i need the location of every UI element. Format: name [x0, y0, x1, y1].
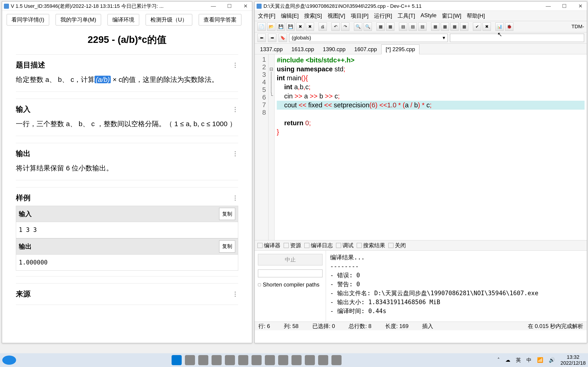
btn-env[interactable]: 编译环境: [107, 14, 139, 25]
btab-resource[interactable]: 资源: [284, 242, 301, 249]
btab-debug[interactable]: 调试: [336, 242, 354, 249]
search-icon[interactable]: [185, 355, 195, 365]
fwd-icon[interactable]: ➡: [268, 34, 276, 42]
compile-output[interactable]: 编译结果... -------- - 错误: 0 - 警告: 0 - 输出文件名…: [326, 251, 587, 322]
menu-tools[interactable]: 工具[T]: [398, 12, 415, 19]
start-icon[interactable]: [172, 355, 182, 365]
app4-icon[interactable]: [292, 355, 302, 365]
menu-edit[interactable]: 编辑[E]: [281, 12, 299, 19]
btab-close[interactable]: 关闭: [389, 242, 406, 249]
run-icon[interactable]: ▦: [386, 23, 394, 31]
min-button[interactable]: —: [544, 3, 553, 9]
menu-view[interactable]: 视图[V]: [328, 12, 345, 19]
btn-answer[interactable]: 查看同学答案: [199, 14, 242, 25]
menu-run[interactable]: 运行[R]: [374, 12, 392, 19]
explorer-icon[interactable]: [225, 355, 235, 365]
tab-3[interactable]: 1607.cpp: [350, 44, 381, 54]
copy-out-button[interactable]: 复制: [219, 240, 235, 252]
taskview-icon[interactable]: [198, 355, 208, 365]
grid2-icon[interactable]: ▦: [441, 23, 449, 31]
dots-icon[interactable]: ⋮: [232, 106, 238, 113]
tray-wifi-icon[interactable]: 📶: [537, 357, 543, 363]
scope-dropdown[interactable]: (globals)▾: [289, 34, 448, 42]
app1-icon[interactable]: [251, 355, 262, 365]
dots-icon[interactable]: ⋮: [232, 291, 238, 298]
debug-icon[interactable]: ▤: [399, 23, 407, 31]
dots-icon[interactable]: ⋮: [232, 62, 238, 69]
taskbar[interactable]: ˄ ☁ 英 中 📶 🔊 13:322022/12/18: [0, 353, 588, 367]
tray-volume-icon[interactable]: 🔊: [549, 357, 555, 363]
shorten-paths-checkbox[interactable]: Shorten compiler paths: [258, 282, 322, 288]
tray-onedrive-icon[interactable]: ☁: [505, 357, 510, 363]
bookmark-icon[interactable]: 🔖: [279, 34, 287, 42]
tab-4[interactable]: [*] 2295.cpp: [381, 44, 419, 54]
new-icon[interactable]: 📄: [258, 23, 266, 31]
devcpp-icon: [257, 4, 262, 9]
btn-update[interactable]: 检测升级（U）: [146, 14, 192, 25]
tab-0[interactable]: 1337.cpp: [256, 44, 287, 54]
taskbar-app-icon[interactable]: [2, 356, 16, 365]
menu-search[interactable]: 搜索[S]: [304, 12, 322, 19]
grid4-icon[interactable]: ▦: [460, 23, 468, 31]
app2-icon[interactable]: [265, 355, 275, 365]
tab-1[interactable]: 1613.cpp: [287, 44, 319, 54]
min-button[interactable]: —: [209, 3, 218, 9]
replace-icon[interactable]: 🔍: [363, 23, 372, 31]
btab-log[interactable]: 编译日志: [304, 242, 333, 249]
grid1-icon[interactable]: ▦: [431, 23, 439, 31]
btab-compiler[interactable]: 编译器: [258, 242, 280, 249]
find-icon[interactable]: 🔍: [354, 23, 362, 31]
edge-icon[interactable]: [238, 355, 248, 365]
chart-icon[interactable]: 📊: [495, 23, 504, 31]
compile-icon[interactable]: ▦: [376, 23, 385, 31]
copy-in-button[interactable]: 复制: [219, 208, 235, 220]
close-button[interactable]: ✕: [241, 3, 250, 9]
save-icon[interactable]: 💾: [277, 23, 285, 31]
app5-icon[interactable]: [305, 355, 315, 365]
btn-list[interactable]: 我的学习单(M): [56, 14, 101, 25]
menu-file[interactable]: 文件[F]: [258, 12, 275, 19]
code-area[interactable]: #include <bits/stdc++.h> using namespace…: [275, 54, 587, 240]
open-icon[interactable]: 📂: [267, 23, 275, 31]
status-col: 列: 58: [284, 323, 299, 330]
abort-button[interactable]: 中止: [258, 254, 322, 265]
close-button[interactable]: ✕: [576, 3, 585, 9]
fold-gutter[interactable]: ⊟││││└: [268, 54, 275, 240]
tray-lang1[interactable]: 英: [516, 357, 521, 364]
dots-icon[interactable]: ⋮: [232, 150, 238, 157]
stop-icon[interactable]: ▤: [418, 23, 426, 31]
app3-icon[interactable]: [278, 355, 288, 365]
menu-project[interactable]: 项目[P]: [351, 12, 368, 19]
undo-icon[interactable]: ↶: [331, 23, 340, 31]
max-button[interactable]: ☐: [225, 3, 234, 9]
menu-window[interactable]: 窗口[W]: [442, 12, 461, 19]
tab-2[interactable]: 1390.cpp: [319, 44, 350, 54]
widgets-icon[interactable]: [212, 355, 222, 365]
debug2-icon[interactable]: ▤: [409, 23, 417, 31]
menu-astyle[interactable]: AStyle: [421, 12, 436, 19]
max-button[interactable]: ☐: [560, 3, 569, 9]
tray-clock[interactable]: 13:322022/12/18: [561, 354, 586, 366]
tray-chevron-icon[interactable]: ˄: [497, 357, 500, 363]
saveall-icon[interactable]: 💾: [286, 23, 295, 31]
goto-input[interactable]: [450, 34, 584, 42]
devcpp-task-icon[interactable]: [331, 355, 342, 365]
back-icon[interactable]: ⬅: [258, 34, 266, 42]
app6-icon[interactable]: [318, 355, 328, 365]
btab-search[interactable]: 搜索结果: [357, 242, 385, 249]
tray-lang2[interactable]: 中: [527, 357, 531, 364]
code-editor[interactable]: 12345678 ⊟││││└ #include <bits/stdc++.h>…: [255, 54, 587, 240]
redo-icon[interactable]: ↷: [341, 23, 349, 31]
x-icon[interactable]: ✖: [483, 23, 491, 31]
menu-help[interactable]: 帮助[H]: [467, 12, 485, 19]
dots-icon[interactable]: ⋮: [232, 194, 238, 202]
close-file-icon[interactable]: ✖: [296, 23, 304, 31]
left-body[interactable]: 题目描述⋮ 给定整数 a、 b、 c，计算(a/b) × c的值，这里的除法为实…: [2, 54, 252, 352]
closeall-icon[interactable]: ✖: [306, 23, 314, 31]
bug-icon[interactable]: 🐞: [505, 23, 513, 31]
btn-detail[interactable]: 看同学详情(I): [7, 14, 49, 25]
app-icon: [4, 4, 9, 9]
print-icon[interactable]: 🖨: [319, 23, 327, 31]
check-icon[interactable]: ✔: [473, 23, 481, 31]
grid3-icon[interactable]: ▦: [450, 23, 459, 31]
